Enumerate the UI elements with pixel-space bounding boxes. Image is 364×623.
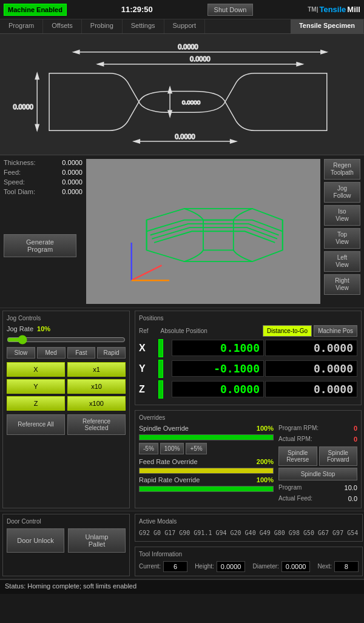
spindle-override-row: Spindle Override 100% xyxy=(139,425,274,432)
height-field: Height: 0.0000 xyxy=(195,561,245,572)
x100-button[interactable]: x100 xyxy=(67,396,126,411)
spindle-reverse-button[interactable]: SpindleReverse xyxy=(278,446,317,466)
actual-feed-label: Actual Feed: xyxy=(278,495,312,502)
program-rpm-row: Program RPM: 0 xyxy=(278,425,357,432)
y-axis-button[interactable]: Y xyxy=(7,379,65,394)
active-modals-panel: Active Modals G92 G0 G17 G90 G91.1 G94 G… xyxy=(135,514,363,542)
svg-text:0.0000: 0.0000 xyxy=(175,133,195,140)
actual-rpm-value: 0 xyxy=(354,436,357,443)
nav-settings[interactable]: Settings xyxy=(123,19,164,33)
svg-marker-18 xyxy=(168,110,172,116)
feed-progress-bg xyxy=(139,468,274,474)
z-axis-button[interactable]: Z xyxy=(7,396,65,411)
overrides-title: Overrides xyxy=(139,414,357,421)
next-tool-label: Next: xyxy=(317,563,331,570)
jog-rate-value: 10% xyxy=(37,325,50,332)
dtg-tab[interactable]: Distance-to-Go xyxy=(263,325,312,337)
tool-diam-label: Tool Diam: xyxy=(4,188,35,195)
x10-button[interactable]: x10 xyxy=(67,379,126,394)
feed-value: 0.0000 xyxy=(62,169,83,176)
rapid-progress-fill xyxy=(140,487,273,491)
x-label: X xyxy=(139,343,157,354)
door-unlock-button[interactable]: Door Unlock xyxy=(7,528,64,553)
ref-col-label: Ref xyxy=(139,328,149,334)
door-buttons: Door Unlock UnlampPallet xyxy=(7,528,126,553)
y-position-row: Y -0.1000 0.0000 xyxy=(139,360,357,378)
generate-program-button[interactable]: Generate Program xyxy=(4,234,76,257)
drawing-svg: 0.0000 0.0000 0.0000 0.0000 xyxy=(0,34,364,155)
top-view-button[interactable]: TopView xyxy=(324,228,360,249)
middle-section: Thickness: 0.0000 Feed: 0.0000 Speed: 0.… xyxy=(0,155,364,308)
status-bar: Status: Homing complete; soft limits ena… xyxy=(0,579,364,594)
nav-support[interactable]: Support xyxy=(164,19,206,33)
tool-diam-row: Tool Diam: 0.0000 xyxy=(4,188,83,195)
feed-label: Feed: xyxy=(4,169,21,176)
program-feed-label: Program xyxy=(278,484,302,491)
rapid-button[interactable]: Rapid xyxy=(97,347,126,359)
shutdown-button[interactable]: Shut Down xyxy=(207,4,254,16)
next-tool-value: 8 xyxy=(334,561,359,572)
jog-rate-slider[interactable] xyxy=(7,337,126,342)
y-abs-value: -0.1000 xyxy=(172,360,264,377)
program-rpm-label: Program RPM: xyxy=(278,425,318,432)
spindle-override-buttons: -5% 100% +5% xyxy=(139,443,274,454)
iso-view-button[interactable]: IsoView xyxy=(324,205,360,226)
logo-tm: TM| xyxy=(308,6,318,13)
next-tool-field: Next: 8 xyxy=(317,561,358,572)
reference-buttons: Reference All ReferenceSelected xyxy=(7,414,126,435)
reference-selected-button[interactable]: ReferenceSelected xyxy=(67,414,126,435)
3d-preview-svg xyxy=(86,159,320,304)
nav-probing[interactable]: Probing xyxy=(82,19,123,33)
status-text: Homing complete; soft limits enabled xyxy=(27,582,136,590)
spindle-100-button[interactable]: 100% xyxy=(160,443,184,454)
feed-override-value: 200% xyxy=(257,458,274,465)
spindle-forward-button[interactable]: SpindleForward xyxy=(319,446,358,466)
rapid-override-label: Rapid Rate Override xyxy=(139,476,200,483)
spindle-minus-button[interactable]: -5% xyxy=(139,443,158,454)
feed-progress-fill xyxy=(140,468,273,473)
x-axis-button[interactable]: X xyxy=(7,362,65,377)
logo-mill: Mill xyxy=(347,5,360,14)
axis-buttons: X x1 Y x10 Z x100 xyxy=(7,362,126,411)
med-button[interactable]: Med xyxy=(37,347,66,359)
positions-header: Ref Absolute Position Distance-to-Go Mac… xyxy=(139,325,357,337)
current-tool-value: 6 xyxy=(163,561,187,572)
tool-diam-value: 0.0000 xyxy=(62,188,83,195)
svg-marker-14 xyxy=(231,140,237,143)
fast-button[interactable]: Fast xyxy=(67,347,96,359)
x1-button[interactable]: x1 xyxy=(67,362,126,377)
unlamp-pallet-button[interactable]: UnlampPallet xyxy=(68,528,126,553)
x-other-value: 0.0000 xyxy=(265,340,357,356)
speed-row: Speed: 0.0000 xyxy=(4,178,83,186)
nav-offsets[interactable]: Offsets xyxy=(43,19,82,33)
status-label: Status: xyxy=(5,582,25,590)
regen-toolpath-button[interactable]: RegenToolpath xyxy=(324,159,360,180)
rapid-override-row: Rapid Rate Override 100% xyxy=(139,476,274,483)
program-rpm-value: 0 xyxy=(354,425,357,432)
clock: 11:29:50 xyxy=(121,5,153,14)
info-panel: Thickness: 0.0000 Feed: 0.0000 Speed: 0.… xyxy=(4,159,83,304)
machine-pos-tab[interactable]: Machine Pos xyxy=(314,325,357,337)
spindle-plus-button[interactable]: +5% xyxy=(186,443,206,454)
current-tool-label: Current: xyxy=(139,563,161,570)
tool-info-panel: Tool Information Current: 6 Height: 0.00… xyxy=(135,547,363,576)
logo-tensile: Tensile xyxy=(319,5,346,14)
spindle-stop-button[interactable]: Spindle Stop xyxy=(278,468,357,480)
slow-button[interactable]: Slow xyxy=(7,347,35,359)
jog-panel-title: Jog Controls xyxy=(7,315,126,322)
z-position-row: Z 0.0000 0.0000 xyxy=(139,380,357,399)
jog-follow-button[interactable]: JogFollow xyxy=(324,182,360,203)
nav-program[interactable]: Program xyxy=(0,19,43,33)
y-label: Y xyxy=(139,363,157,374)
spindle-override-label: Spindle Override xyxy=(139,425,189,432)
reference-all-button[interactable]: Reference All xyxy=(7,414,65,435)
left-view-button[interactable]: LeftView xyxy=(324,251,360,272)
spindle-progress-bg xyxy=(139,434,274,440)
x-ref-indicator xyxy=(158,339,163,357)
diameter-value: 0.0000 xyxy=(281,561,311,572)
svg-marker-2 xyxy=(73,50,79,54)
thickness-value: 0.0000 xyxy=(62,159,83,166)
program-feed-value: 10.0 xyxy=(345,484,357,491)
z-other-value: 0.0000 xyxy=(265,381,357,397)
right-view-button[interactable]: RightView xyxy=(324,274,360,295)
